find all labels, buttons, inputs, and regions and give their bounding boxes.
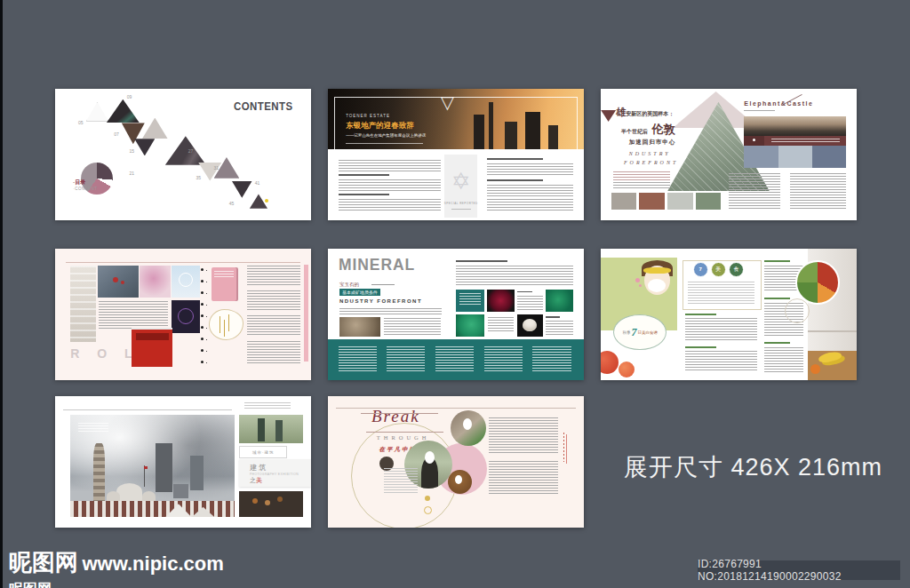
text-lines	[764, 347, 802, 372]
tagline2: FOREFRONT	[624, 160, 678, 165]
text-lines	[339, 346, 377, 372]
size-label: 展开尺寸 426X 216mm	[624, 451, 882, 483]
lantern-photo	[639, 193, 665, 210]
malachite-photo	[546, 290, 574, 312]
vertical-gold-text	[220, 316, 220, 334]
london-title-line2: 半个世纪后 伦敦	[621, 121, 675, 138]
skyscraper	[156, 443, 172, 492]
photo-circle-market	[451, 410, 486, 446]
text-lines	[247, 341, 300, 365]
text-lines	[247, 290, 300, 312]
circle-7: 7	[693, 262, 708, 277]
suffix-char: 之	[250, 477, 256, 483]
title-line2-text: 半个世纪后	[621, 129, 648, 134]
thin-circle-outline	[785, 298, 810, 323]
toc-number: 07	[114, 132, 119, 137]
green-heading-line	[685, 314, 716, 315]
watermark-url: www.nipic.com	[82, 552, 223, 575]
rock-photo	[339, 317, 380, 337]
dome	[116, 483, 142, 501]
title-big-char: 雄	[616, 107, 626, 117]
text-lines	[546, 321, 574, 335]
lantern-glow	[252, 498, 258, 504]
blanked-face	[463, 418, 472, 430]
towers-photo	[239, 415, 303, 444]
text-lines	[613, 182, 669, 188]
recipe-badge: 秋季 7 日美白食谱	[613, 314, 667, 350]
exhibit-suffix-line: 之美	[250, 476, 311, 485]
top-hairline	[63, 409, 232, 410]
vertical-red-text	[563, 433, 564, 462]
text-lines	[517, 296, 543, 310]
top-hairline	[66, 262, 301, 263]
spread-breakthrough: Break THROUGH 在平凡中绽放	[328, 396, 584, 528]
sub-heading-line	[456, 260, 507, 262]
text-lines	[384, 318, 440, 335]
text-lines	[484, 346, 523, 372]
text-lines	[78, 423, 108, 432]
mineral-tagline: NDUSTRY FOREFRONT	[339, 298, 422, 304]
skyline-photo	[744, 116, 846, 136]
tower-silhouette	[258, 418, 266, 441]
mic-icon	[753, 139, 755, 141]
tagline1: NDUSTRY	[629, 151, 671, 156]
low-building	[173, 484, 188, 498]
center-panel: ✡ SPECIAL REPORTED	[444, 155, 477, 218]
binding-dot	[201, 303, 204, 306]
hair-band	[643, 267, 672, 274]
ferris-photo	[172, 266, 200, 298]
caption-box: 城市·建筑	[239, 446, 287, 458]
badge-pre: 秋季	[622, 330, 630, 335]
text-lines	[459, 293, 481, 306]
veggie-circle-photo	[795, 260, 840, 305]
spread-mineral: MINERAL 宝玉石的 基本成矿地质条件 NDUSTRY FOREFRONT	[328, 249, 584, 380]
spread-contents: CONTENTS 05 09 07 15 21 27 31 35 41 45 ·…	[55, 89, 311, 220]
exhibit-title-cn: 建筑	[250, 463, 311, 473]
green-mineral-photo	[456, 314, 484, 337]
toc-number: 35	[196, 176, 201, 180]
binding-dot	[201, 326, 204, 329]
pink-edge-strip	[304, 265, 308, 362]
face-mask	[648, 279, 666, 292]
left-edge-strip	[0, 0, 3, 588]
city-photo-row	[744, 146, 846, 168]
gem-text-box	[517, 290, 543, 312]
mosque-photo	[70, 415, 234, 517]
triangle-photo	[165, 136, 206, 165]
text-lines	[489, 461, 558, 495]
flower-blob	[209, 309, 243, 340]
gem-caption-box	[456, 290, 484, 312]
text-lines	[339, 160, 441, 171]
green-heading-line	[764, 342, 790, 344]
toc-number: 21	[130, 171, 135, 176]
title-city: 伦敦	[651, 123, 675, 136]
flower-dot	[635, 278, 640, 282]
counter-line	[808, 330, 857, 332]
gem-text-box	[546, 314, 574, 337]
text-lines	[244, 402, 291, 409]
triangle-shape	[142, 118, 168, 139]
estate-title: 东银地产的迎春致辞	[346, 121, 414, 131]
text-lines	[247, 315, 300, 337]
accent-dot	[265, 199, 268, 203]
text-lines	[487, 163, 574, 177]
flag	[144, 466, 148, 469]
city-photo	[812, 146, 846, 168]
jade-photo	[517, 314, 543, 337]
watermark: 昵图网 www.nipic.com	[9, 547, 224, 578]
toc-number: 05	[78, 121, 84, 125]
accent-char: 美	[256, 477, 262, 483]
watermark-site-name: 昵图网	[9, 582, 52, 588]
text-lines	[435, 346, 474, 372]
binding-dot	[201, 349, 204, 352]
green-heading-line	[685, 346, 716, 348]
green-heading-line	[764, 298, 790, 299]
night-ferris-photo	[172, 300, 200, 333]
toc-number: 45	[229, 202, 235, 206]
binding-dot	[201, 280, 204, 282]
mic-box	[744, 136, 764, 145]
blanked-face	[455, 475, 462, 484]
break-script-title: Break	[371, 407, 420, 426]
circle-food: 食	[729, 262, 744, 277]
triangle-outline	[86, 102, 109, 122]
